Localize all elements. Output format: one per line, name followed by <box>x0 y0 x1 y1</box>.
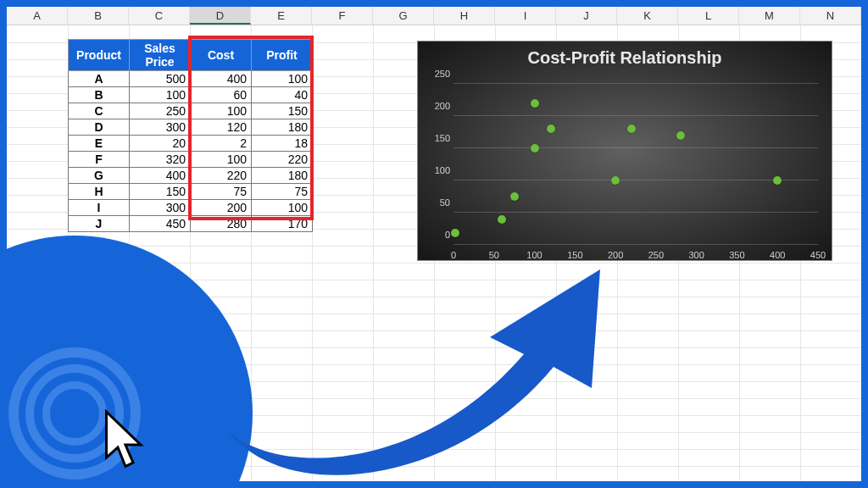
cell[interactable]: 220 <box>191 168 252 184</box>
cell[interactable]: 120 <box>191 119 252 136</box>
cell[interactable]: 40 <box>252 87 313 103</box>
cell[interactable]: 100 <box>130 87 191 103</box>
cell[interactable]: J <box>69 216 130 232</box>
x-tick: 400 <box>765 250 790 260</box>
table-row: I300200100 <box>69 200 313 216</box>
scatter-chart[interactable]: Cost-Profit Relationship 050100150200250… <box>417 41 832 261</box>
data-point <box>676 131 685 140</box>
data-point <box>510 192 519 201</box>
cell[interactable]: 320 <box>130 152 191 168</box>
y-tick: 150 <box>426 133 450 143</box>
x-tick: 250 <box>643 250 669 260</box>
col-header-B[interactable]: B <box>68 7 129 25</box>
x-tick: 300 <box>684 250 709 260</box>
col-header-M[interactable]: M <box>739 7 800 25</box>
cell[interactable]: 200 <box>191 200 252 216</box>
cell[interactable]: 180 <box>252 119 313 136</box>
cell[interactable]: 100 <box>191 103 252 119</box>
table-row: D300120180 <box>69 119 313 136</box>
cell[interactable]: 100 <box>252 200 313 216</box>
cell[interactable]: 100 <box>252 71 313 87</box>
cell[interactable]: 500 <box>130 71 191 87</box>
col-header-F[interactable]: F <box>312 7 373 25</box>
th-product[interactable]: Product <box>69 40 130 71</box>
cell[interactable]: 150 <box>252 103 313 119</box>
chart-title: Cost-Profit Relationship <box>418 42 832 68</box>
table-row: B1006040 <box>69 87 313 103</box>
th-cost[interactable]: Cost <box>191 40 252 71</box>
col-header-C[interactable]: C <box>129 7 190 25</box>
cell[interactable]: 400 <box>191 71 252 87</box>
cell[interactable]: I <box>69 200 130 216</box>
cell[interactable]: D <box>69 119 130 136</box>
cell[interactable]: B <box>69 87 130 103</box>
y-tick: 0 <box>426 230 450 240</box>
data-point <box>451 229 459 237</box>
col-header-H[interactable]: H <box>434 7 495 25</box>
col-header-E[interactable]: E <box>251 7 312 25</box>
col-header-K[interactable]: K <box>617 7 678 25</box>
cell[interactable]: C <box>69 103 130 119</box>
plot-area: 0501001502002500501001502002503003504004… <box>453 84 818 245</box>
cell[interactable]: F <box>69 152 130 168</box>
cell[interactable]: 75 <box>252 184 313 200</box>
col-header-G[interactable]: G <box>373 7 434 25</box>
data-point <box>773 176 782 185</box>
cell[interactable]: 300 <box>130 119 191 136</box>
y-tick: 100 <box>426 165 450 175</box>
cell[interactable]: H <box>69 184 130 200</box>
col-header-A[interactable]: A <box>7 7 68 25</box>
y-tick: 200 <box>426 101 450 111</box>
cell[interactable]: E <box>69 136 130 152</box>
cell[interactable]: 20 <box>130 136 191 152</box>
data-point <box>531 99 539 108</box>
cell[interactable]: 2 <box>191 136 252 152</box>
col-header-L[interactable]: L <box>678 7 739 25</box>
table-row: A500400100 <box>69 71 313 87</box>
x-tick: 450 <box>805 250 831 260</box>
cell[interactable]: 18 <box>252 136 313 152</box>
data-table: ProductSales PriceCostProfit A500400100B… <box>68 39 313 232</box>
column-header-row: ABCDEFGHIJKLMN <box>7 7 861 25</box>
data-point <box>531 144 539 152</box>
table-header-row: ProductSales PriceCostProfit <box>69 40 313 71</box>
cell[interactable]: 180 <box>252 168 313 184</box>
cell[interactable]: 60 <box>191 87 252 103</box>
table-row: G400220180 <box>69 168 313 184</box>
cell[interactable]: 280 <box>191 216 252 232</box>
cell[interactable]: G <box>69 168 130 184</box>
arrow-icon <box>202 244 643 481</box>
th-sales-price[interactable]: Sales Price <box>130 40 191 71</box>
cursor-icon <box>100 409 151 473</box>
y-tick: 50 <box>426 197 450 208</box>
cell[interactable]: 300 <box>130 200 191 216</box>
x-tick: 350 <box>724 250 749 260</box>
cell[interactable]: 400 <box>130 168 191 184</box>
cell[interactable]: 150 <box>130 184 191 200</box>
cell[interactable]: 220 <box>252 152 313 168</box>
col-header-I[interactable]: I <box>495 7 556 25</box>
table-row: J450280170 <box>69 216 313 232</box>
th-profit[interactable]: Profit <box>252 40 313 71</box>
cell[interactable]: 250 <box>130 103 191 119</box>
data-point <box>611 176 620 185</box>
data-point <box>627 125 636 133</box>
cell[interactable]: 450 <box>130 216 191 232</box>
cell[interactable]: 75 <box>191 184 252 200</box>
cell[interactable]: A <box>69 71 130 87</box>
table-row: C250100150 <box>69 103 313 119</box>
col-header-N[interactable]: N <box>800 7 861 25</box>
col-header-J[interactable]: J <box>556 7 617 25</box>
cell[interactable]: 170 <box>252 216 313 232</box>
data-point <box>498 215 506 224</box>
table-row: H1507575 <box>69 184 313 200</box>
cell[interactable]: 100 <box>191 152 252 168</box>
y-tick: 250 <box>426 69 450 79</box>
table-row: E20218 <box>69 136 313 152</box>
data-point <box>547 125 555 133</box>
col-header-D[interactable]: D <box>190 7 251 25</box>
table-row: F320100220 <box>69 152 313 168</box>
